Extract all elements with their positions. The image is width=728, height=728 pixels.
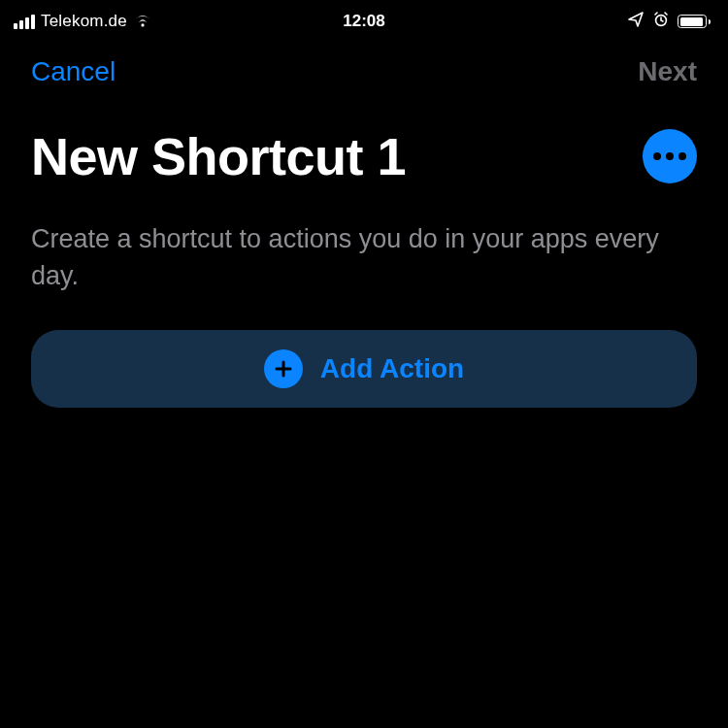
alarm-icon [652,11,670,33]
nav-bar: Cancel Next [0,43,728,97]
ellipsis-icon [653,152,661,160]
add-action-label: Add Action [320,353,464,384]
wifi-icon [133,15,152,28]
cancel-button[interactable]: Cancel [31,56,116,87]
clock-time: 12:08 [343,12,384,31]
status-right [627,11,711,33]
status-bar: Telekom.de 12:08 [0,0,728,43]
location-icon [627,11,645,33]
status-left: Telekom.de [14,12,152,31]
signal-icon [14,15,35,29]
plus-icon [264,349,303,388]
carrier-label: Telekom.de [41,12,127,31]
title-row: New Shortcut 1 [0,97,728,186]
description-text: Create a shortcut to actions you do in y… [0,186,728,295]
add-action-button[interactable]: Add Action [31,330,697,408]
more-options-button[interactable] [643,129,697,183]
battery-icon [678,15,711,28]
page-title: New Shortcut 1 [31,126,406,186]
next-button[interactable]: Next [638,56,697,87]
